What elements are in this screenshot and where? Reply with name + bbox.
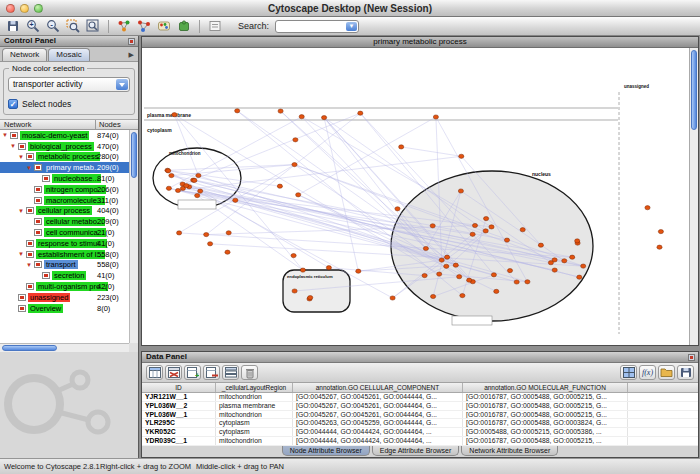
toolbar-separator bbox=[199, 20, 200, 33]
annotation-button[interactable] bbox=[206, 18, 224, 34]
import-attributes-button[interactable] bbox=[658, 365, 675, 380]
tree-column-nodes[interactable]: Nodes bbox=[95, 120, 138, 129]
table-cell: [GO:0044444, GO:0044424, GO:0044464, ... bbox=[293, 437, 463, 445]
search-input[interactable]: ▼ bbox=[275, 20, 359, 33]
tree-row[interactable]: ▼cellular process404(0) bbox=[0, 206, 129, 217]
vizmapper-button[interactable] bbox=[155, 18, 173, 34]
expand-triangle-icon[interactable]: ▼ bbox=[18, 152, 26, 162]
column-header[interactable]: annotation.GO CELLULAR_COMPONENT bbox=[293, 383, 463, 392]
tab-scroll-arrow-icon[interactable]: ▶ bbox=[129, 48, 136, 61]
network-canvas[interactable]: plasma membranecytoplasmmitochondrionnuc… bbox=[142, 48, 689, 345]
select-attributes-button[interactable] bbox=[146, 365, 163, 380]
data-panel-float-button[interactable] bbox=[688, 354, 695, 361]
save-session-button[interactable] bbox=[4, 18, 22, 34]
tree-row[interactable]: ▼biological_process470(0) bbox=[0, 141, 129, 152]
tree-row[interactable]: cell communica...21(0) bbox=[0, 227, 129, 238]
table-row[interactable]: YKR052Ccytoplasm[GO:0044444, GO:0044424,… bbox=[142, 428, 698, 437]
expand-triangle-icon[interactable]: ▼ bbox=[18, 249, 26, 259]
new-attribute-button[interactable]: + bbox=[184, 365, 201, 380]
zoom-in-button[interactable]: + bbox=[24, 18, 42, 34]
expand-triangle-icon[interactable]: ▼ bbox=[26, 163, 34, 173]
network-button[interactable] bbox=[115, 18, 133, 34]
select-nodes-checkbox[interactable]: ✓ bbox=[8, 99, 18, 109]
tree-node-label[interactable]: nucleobase... bbox=[52, 174, 101, 183]
attribute-list-button[interactable] bbox=[222, 365, 239, 380]
save-attributes-button[interactable] bbox=[677, 365, 694, 380]
tab-mosaic[interactable]: Mosaic bbox=[48, 48, 89, 61]
tree-node-label[interactable]: macromolecule... bbox=[44, 196, 105, 205]
network-vertical-scrollbar[interactable] bbox=[689, 48, 698, 345]
column-header[interactable]: ID bbox=[142, 383, 216, 392]
tree-node-label[interactable]: cellular metabo... bbox=[44, 217, 105, 226]
attribute-browser-toolbar: + bbox=[142, 363, 698, 383]
expand-triangle-icon[interactable]: ▼ bbox=[2, 130, 10, 140]
zoom-fit-button[interactable] bbox=[84, 18, 102, 34]
tree-node-label[interactable]: primary metab... bbox=[44, 163, 102, 172]
tree-row[interactable]: Overview8(0) bbox=[0, 303, 129, 314]
tree-node-count: 280(0) bbox=[97, 152, 119, 161]
tree-row[interactable]: ▼transport558(0) bbox=[0, 260, 129, 271]
search-dropdown-icon[interactable]: ▼ bbox=[346, 22, 357, 31]
tree-node-label[interactable]: secretion bbox=[52, 271, 86, 280]
tree-row[interactable]: response to stimul...41(0) bbox=[0, 238, 129, 249]
unselect-attributes-icon bbox=[168, 367, 180, 378]
tree-vertical-scrollbar[interactable] bbox=[129, 130, 138, 343]
column-header[interactable]: _cellularLayoutRegion bbox=[216, 383, 293, 392]
unselect-attributes-button[interactable] bbox=[165, 365, 182, 380]
expand-triangle-icon[interactable]: ▼ bbox=[18, 206, 26, 216]
table-row[interactable]: YDR039C__1mitochondrion[GO:0044444, GO:0… bbox=[142, 437, 698, 446]
plugins-button[interactable] bbox=[175, 18, 193, 34]
function-builder-button[interactable]: f(x) bbox=[639, 365, 656, 380]
tree-row[interactable]: macromolecule...311(0) bbox=[0, 195, 129, 206]
tree-node-label[interactable]: mosaic-demo-yeast bbox=[20, 131, 89, 140]
tab-node-attribute-browser[interactable]: Node Attribute Browser bbox=[282, 446, 370, 456]
tree-node-label[interactable]: Overview bbox=[28, 304, 63, 313]
delete-attribute-button[interactable] bbox=[203, 365, 220, 380]
table-row[interactable]: YPL036W__1mitochondrion[GO:0045267, GO:0… bbox=[142, 411, 698, 420]
tree-node-label[interactable]: unassigned bbox=[28, 293, 70, 302]
zoom-selected-button[interactable] bbox=[64, 18, 82, 34]
tree-node-label[interactable]: establishment of l... bbox=[36, 250, 105, 259]
tree-node-count: 874(0) bbox=[97, 131, 119, 140]
tab-network-attribute-browser[interactable]: Network Attribute Browser bbox=[461, 446, 558, 456]
control-panel-float-button[interactable] bbox=[128, 38, 135, 45]
thumbnail-dot bbox=[36, 263, 40, 266]
column-header[interactable]: annotation.GO MOLECULAR_FUNCTION bbox=[463, 383, 628, 392]
expand-triangle-icon[interactable]: ▼ bbox=[10, 141, 18, 151]
table-row[interactable]: YJR121W__1mitochondrion[GO:0045267, GO:0… bbox=[142, 393, 698, 402]
tree-horizontal-scrollbar[interactable] bbox=[0, 343, 129, 352]
expand-triangle-icon[interactable]: ▼ bbox=[26, 260, 34, 270]
delete-rows-button[interactable] bbox=[241, 365, 258, 380]
tree-row[interactable]: ▼primary metab...209(0) bbox=[0, 162, 129, 173]
tree-row[interactable]: nitrogen compo...206(0) bbox=[0, 184, 129, 195]
scrollbar-thumb[interactable] bbox=[2, 345, 57, 351]
table-row[interactable]: YPL036W__2plasma membrane[GO:0045267, GO… bbox=[142, 402, 698, 411]
thumbnail-dot bbox=[36, 199, 40, 202]
tree-row[interactable]: ▼metabolic process280(0) bbox=[0, 152, 129, 163]
tree-node-label[interactable]: metabolic process bbox=[36, 152, 100, 161]
scrollbar-thumb[interactable] bbox=[131, 132, 137, 178]
tab-edge-attribute-browser[interactable]: Edge Attribute Browser bbox=[372, 446, 460, 456]
svg-text:-: - bbox=[50, 20, 53, 29]
tree-node-label[interactable]: biological_process bbox=[28, 142, 94, 151]
table-row[interactable]: YLR295Ccytoplasm[GO:0045263, GO:0045259,… bbox=[142, 419, 698, 428]
tree-row[interactable]: cellular metabo...209(0) bbox=[0, 216, 129, 227]
tree-node-label[interactable]: transport bbox=[44, 260, 78, 269]
tree-row[interactable]: unassigned223(0) bbox=[0, 292, 129, 303]
attribute-matrix-button[interactable] bbox=[620, 365, 637, 380]
node-color-dropdown[interactable]: transporter activity bbox=[8, 77, 130, 92]
zoom-out-button[interactable]: - bbox=[44, 18, 62, 34]
network-view-title[interactable]: primary metabolic process bbox=[142, 37, 698, 48]
tree-node-count: 41(0) bbox=[97, 271, 115, 280]
scrollbar-thumb[interactable] bbox=[691, 50, 697, 130]
tree-row[interactable]: nucleobase...81(0) bbox=[0, 173, 129, 184]
network-from-selection-button[interactable] bbox=[135, 18, 153, 34]
tree-node-label[interactable]: cellular process bbox=[36, 206, 92, 215]
tab-network[interactable]: Network bbox=[2, 48, 47, 61]
network-graph[interactable]: plasma membranecytoplasmmitochondrionnuc… bbox=[142, 48, 689, 345]
tree-row[interactable]: ▼establishment of l...558(0) bbox=[0, 249, 129, 260]
tree-column-network[interactable]: Network bbox=[0, 120, 95, 129]
tree-row[interactable]: secretion41(0) bbox=[0, 270, 129, 281]
tree-row[interactable]: multi-organism pro...42(0) bbox=[0, 281, 129, 292]
tree-row[interactable]: ▼mosaic-demo-yeast874(0) bbox=[0, 130, 129, 141]
